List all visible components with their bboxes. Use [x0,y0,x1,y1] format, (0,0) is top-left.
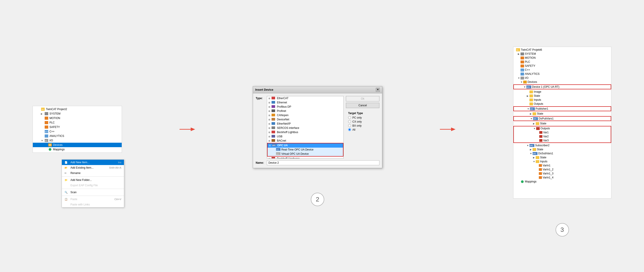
rt-image[interactable]: Image [513,90,611,94]
ctx-add-new-item[interactable]: 📄 Add New Item... Ins [62,160,124,165]
device-type-profinet[interactable]: ⊞ Profinet [267,109,344,113]
rt-varin1[interactable]: VarIn1 [513,164,611,168]
device-type-devicenet[interactable]: ⊞ DeviceNet [267,118,344,122]
rt-dssubvars1[interactable]: ▼ OPC DsSubVars1 [513,152,611,156]
device-type-ethercat[interactable]: ⊞ EtherCAT [267,96,344,100]
rt-inputs-ds[interactable]: ▼ Inputs [513,160,611,164]
device-type-list[interactable]: ⊞ EtherCAT ⊞ Ethernet ⊞ Profibus DP [267,96,344,158]
tree-item-motion[interactable]: MOTION [33,116,122,120]
device-type-ethernet[interactable]: ⊞ Ethernet [267,100,344,105]
rt-varin1-2[interactable]: VarIn1_2 [513,168,611,172]
rt-analytics[interactable]: ANALYTICS [513,72,611,76]
rt-state-ds[interactable]: ▶ State [513,122,611,126]
expand-icon: ⊞ [268,158,272,158]
device-type-opc-ua[interactable]: ⊟ OPC OPC UA [268,143,343,148]
dialog-body: Type: ⊞ EtherCAT ⊞ Ethernet [253,93,382,168]
device-label: SERCOS interface [277,126,299,130]
rt-state-pub[interactable]: ▶ State [513,112,611,116]
rt-label: SYSTEM [525,52,536,56]
radio-input[interactable] [348,116,351,119]
radio-pc-only[interactable]: PC only [348,116,380,119]
rt-outputs-ds[interactable]: ▼ Outputs [514,126,611,130]
expand-icon: ⊞ [268,135,272,138]
rt-subscriber2[interactable]: ▼ OPC Subscriber2 [513,143,611,148]
svg-rect-42 [520,64,524,68]
rt-cpp[interactable]: C++ C++ [513,68,611,72]
ctx-add-folder[interactable]: 📁 Add New Folder... [62,177,124,183]
rt-mappings[interactable]: Mappings [513,180,611,184]
step-3-circle: 3 [556,223,569,236]
tree-item-safety[interactable]: SAFETY [33,125,122,129]
rt-safety[interactable]: SAFETY [513,64,611,68]
tree-item-system[interactable]: ▶ SYSTEM [33,112,122,116]
rt-label: DsSubVars1 [538,152,553,155]
expand-icon: ▶ [533,122,536,125]
device-type-profibus[interactable]: ⊞ Profibus DP [267,105,344,109]
radio-input[interactable] [348,128,351,131]
device-name-input[interactable] [267,160,380,165]
rt-inputs-1[interactable]: Inputs [513,98,611,102]
ctx-label: Rename [70,172,121,175]
rt-label: Inputs [534,98,541,102]
device-type-lightbus[interactable]: ⊞ Beckhoff Lightbus [267,130,344,134]
target-type-title: Target Type [348,112,380,115]
rt-var1[interactable]: Var1 [514,130,611,134]
tree-item-plc[interactable]: PLC [33,120,122,125]
rt-root[interactable]: TC TwinCAT Projekt6 [513,48,611,52]
rt-var2[interactable]: Var2 [514,134,611,138]
sercos-icon [272,126,276,130]
ok-button[interactable]: Ok [346,96,380,102]
tree-item-analytics[interactable]: ANALYTICS [33,134,122,138]
dialog-name-row: Name: [256,160,380,165]
device-type-usb[interactable]: ⊞ USB [267,134,344,139]
devicenet-icon [272,118,276,121]
device-type-beckhoff-hw[interactable]: ⊞ Beckhoff Hardware [267,156,344,158]
tree-item-devices[interactable]: Devices [33,143,122,147]
device-type-canopen[interactable]: ⊞ CANopen [267,113,344,118]
rt-system[interactable]: ▶ SYSTEM [513,52,611,56]
radio-bx-only[interactable]: BX only [348,124,380,127]
radio-input[interactable] [348,124,351,127]
rt-io[interactable]: ▼ I/O [513,76,611,80]
rt-state-1[interactable]: ▶ State [513,94,611,98]
cancel-button[interactable]: Cancel [346,103,380,108]
ctx-scan[interactable]: 🔍 Scan [62,190,124,195]
rt-label: TwinCAT Projekt6 [521,48,542,51]
rt-varin1-3[interactable]: VarIn1_3 [513,172,611,176]
radio-cx-only[interactable]: CX only [348,120,380,123]
rt-var3[interactable]: Var3 [514,138,611,142]
rt-state-dssub[interactable]: ▶ State [513,156,611,160]
radio-all[interactable]: All [348,128,380,131]
svg-rect-26 [272,139,275,142]
rt-device1[interactable]: ▼ OPC Device 1 (OPC UA RT) [514,85,611,89]
expand-icon: ▶ [530,148,532,151]
ctx-add-existing-item[interactable]: 📂 Add Existing Item... Shift+Alt+A [62,165,124,170]
ctx-rename[interactable]: ✏ Rename [62,170,124,176]
svg-text:I/O: I/O [45,140,47,142]
radio-input[interactable] [348,120,351,123]
device-type-rt-opc-ua[interactable]: OPC Real-Time OPC UA Device [268,148,343,152]
rt-devices[interactable]: ▼ Devices [513,80,611,84]
rt-varin1-4[interactable]: VarIn1_4 [513,176,611,180]
tree-item-io[interactable]: ▼ I/O I/O [33,138,122,143]
rt-publisher1[interactable]: ▼ OPC Publisher1 [514,107,611,111]
dialog-close-button[interactable]: ✕ [376,88,380,92]
tree-item-root[interactable]: TC TwinCAT Project2 [33,107,122,112]
rt-motion[interactable]: MOTION [513,56,611,60]
rt-plc[interactable]: PLC [513,60,611,64]
rt-outputs-1[interactable]: Outputs [513,102,611,106]
rt-dspubvars1[interactable]: ▼ OPC DsPubVars1 [514,116,611,120]
svg-rect-70 [536,160,539,163]
svg-rect-2 [45,112,48,115]
tree-item-cpp[interactable]: C++ C++ [33,129,122,134]
rt-state-sub2[interactable]: ▶ State [513,148,611,152]
device-type-bacnet[interactable]: ⊞ BACnet [267,139,344,143]
device-type-sercos[interactable]: ⊞ SERCOS interface [267,126,344,130]
device-type-virtual-opc-ua[interactable]: OPC Virtual OPC UA Device [268,152,343,156]
tree-item-mappings[interactable]: Mappings [33,147,122,152]
svg-rect-22 [272,122,275,125]
tree-label: I/O [49,139,53,142]
device-type-ethernet-ip[interactable]: ⊞ EtherNet/IP [267,122,344,126]
svg-rect-3 [45,116,48,120]
rt-label: VarIn1 [543,164,550,167]
